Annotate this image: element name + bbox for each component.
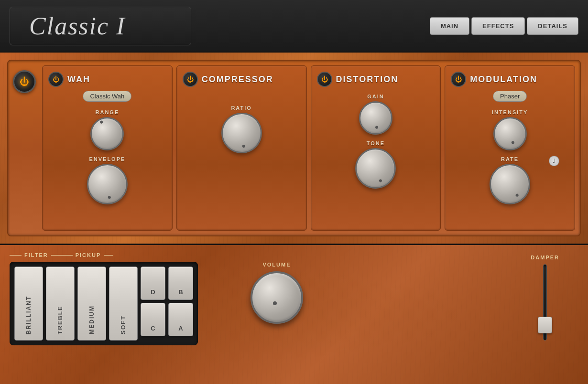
- distortion-gain-section: GAIN: [359, 94, 392, 135]
- compressor-ratio-section: RATIO: [221, 105, 262, 153]
- ratio-knob-container: [221, 113, 262, 153]
- volume-section: VOLUME: [250, 262, 303, 324]
- filter-btn-soft-label: SOFT: [120, 315, 127, 334]
- tone-knob-container: [355, 148, 396, 189]
- distortion-power-button[interactable]: ⏻: [317, 72, 332, 87]
- rate-label: RATE: [501, 156, 519, 162]
- wah-envelope-section: ENVELOPE: [87, 156, 128, 204]
- filter-btn-treble-label: TREBLE: [57, 306, 64, 334]
- distortion-tone-section: TONE: [355, 140, 396, 189]
- tone-knob[interactable]: [355, 148, 396, 189]
- pickup-btn-b-label: B: [178, 288, 183, 296]
- intensity-label: INTENSITY: [492, 109, 528, 115]
- wah-title: WAH: [67, 75, 90, 85]
- rate-knob-container: [490, 164, 530, 204]
- compressor-power-button[interactable]: ⏻: [183, 72, 198, 87]
- main-button[interactable]: MAIN: [430, 17, 469, 35]
- damper-label: DAMPER: [531, 255, 559, 260]
- filter-pickup-section: FILTER PICKUP BRILLIANT TREBLE MEDIUM SO…: [10, 252, 198, 345]
- filter-btn-treble[interactable]: TREBLE: [46, 267, 75, 341]
- modulation-preset-selector[interactable]: Phaser: [493, 91, 527, 102]
- pickup-buttons-col-1: D C: [141, 267, 165, 341]
- volume-knob-dot: [273, 301, 277, 305]
- app-title: Classic I: [29, 12, 125, 40]
- compressor-header: ⏻ COMPRESSOR: [183, 72, 301, 87]
- damper-section: DAMPER: [531, 255, 559, 341]
- envelope-knob-container: [87, 164, 128, 204]
- title-box: Classic I: [10, 7, 191, 45]
- ratio-knob[interactable]: [221, 113, 262, 153]
- tone-label: TONE: [367, 140, 385, 146]
- section-labels-row: FILTER PICKUP: [10, 252, 198, 258]
- pickup-line-right: [104, 255, 113, 256]
- modulation-intensity-section: INTENSITY: [492, 109, 528, 150]
- main-power-icon: ⏻: [20, 76, 29, 87]
- distortion-power-icon: ⏻: [321, 75, 328, 83]
- pickup-btn-b[interactable]: B: [168, 267, 193, 300]
- modulation-module: ⏻ MODULATION Phaser INTENSITY ♩: [445, 65, 575, 231]
- rate-knob[interactable]: [490, 164, 530, 204]
- gain-label: GAIN: [367, 94, 384, 99]
- pickup-btn-d-label: D: [151, 288, 155, 296]
- wah-range-section: RANGE: [90, 109, 124, 150]
- details-button[interactable]: DETAILS: [527, 17, 578, 35]
- envelope-knob[interactable]: [87, 164, 128, 204]
- distortion-title: DISTORTION: [336, 75, 399, 85]
- pickup-btn-c[interactable]: C: [141, 303, 165, 336]
- range-knob-container: [90, 117, 124, 150]
- filter-line-right: [51, 255, 63, 256]
- pickup-btn-a[interactable]: A: [168, 303, 193, 336]
- wah-header: ⏻ WAH: [48, 72, 166, 87]
- wah-module: ⏻ WAH Classic Wah RANGE ENVELOPE: [42, 65, 173, 231]
- effects-panel: ⏻ ⏻ WAH Classic Wah RANGE: [0, 53, 588, 244]
- gain-knob[interactable]: [359, 101, 392, 135]
- nav-buttons: MAIN EFFECTS DETAILS: [430, 17, 578, 35]
- volume-label: VOLUME: [262, 262, 291, 267]
- sync-note-icon[interactable]: ♩: [549, 156, 559, 166]
- filter-label: FILTER: [22, 252, 51, 258]
- volume-knob[interactable]: [250, 271, 303, 324]
- intensity-knob-container: [493, 117, 527, 150]
- distortion-header: ⏻ DISTORTION: [317, 72, 435, 87]
- pickup-btn-d[interactable]: D: [141, 267, 165, 300]
- buttons-grid: BRILLIANT TREBLE MEDIUM SOFT D C: [10, 262, 198, 345]
- main-power-button[interactable]: ⏻: [13, 70, 36, 93]
- filter-btn-medium[interactable]: MEDIUM: [77, 267, 106, 341]
- compressor-title: COMPRESSOR: [202, 75, 273, 85]
- range-knob[interactable]: [90, 117, 124, 150]
- intensity-knob[interactable]: [493, 117, 527, 150]
- gain-knob-container: [359, 101, 392, 135]
- modulation-title: MODULATION: [470, 75, 537, 85]
- modulation-power-icon: ⏻: [455, 75, 462, 83]
- pickup-line-left: [63, 255, 73, 256]
- filter-btn-brilliant[interactable]: BRILLIANT: [14, 267, 43, 341]
- compressor-power-icon: ⏻: [187, 75, 194, 83]
- wah-power-button[interactable]: ⏻: [48, 72, 64, 87]
- envelope-label: ENVELOPE: [89, 156, 125, 162]
- compressor-module: ⏻ COMPRESSOR RATIO: [176, 65, 307, 231]
- wah-power-icon: ⏻: [53, 75, 59, 83]
- pickup-buttons-col-2: B A: [168, 267, 193, 341]
- filter-btn-medium-label: MEDIUM: [88, 305, 95, 334]
- filter-btn-brilliant-label: BRILLIANT: [25, 296, 32, 334]
- effects-container: ⏻ ⏻ WAH Classic Wah RANGE: [7, 60, 581, 236]
- damper-slider-container: [538, 264, 552, 341]
- pickup-btn-c-label: C: [151, 325, 155, 332]
- pickup-btn-a-label: A: [178, 325, 183, 332]
- filter-btn-soft[interactable]: SOFT: [109, 267, 138, 341]
- modulation-rate-section: RATE: [490, 156, 530, 204]
- modulation-header: ⏻ MODULATION: [451, 72, 569, 87]
- modulation-rate-row: ♩ RATE: [451, 153, 569, 207]
- wah-preset-selector[interactable]: Classic Wah: [83, 91, 131, 102]
- ratio-label: RATIO: [231, 105, 251, 111]
- modulation-power-button[interactable]: ⏻: [451, 72, 466, 87]
- effects-button[interactable]: EFFECTS: [471, 17, 525, 35]
- main-power-section: ⏻: [13, 65, 38, 231]
- bottom-panel: FILTER PICKUP BRILLIANT TREBLE MEDIUM SO…: [0, 244, 588, 384]
- filter-line-left: [10, 255, 22, 256]
- header: Classic I MAIN EFFECTS DETAILS: [0, 0, 588, 53]
- damper-handle[interactable]: [538, 317, 552, 333]
- pickup-label: PICKUP: [73, 252, 104, 258]
- range-label: RANGE: [96, 109, 120, 115]
- distortion-module: ⏻ DISTORTION GAIN TONE: [311, 65, 441, 231]
